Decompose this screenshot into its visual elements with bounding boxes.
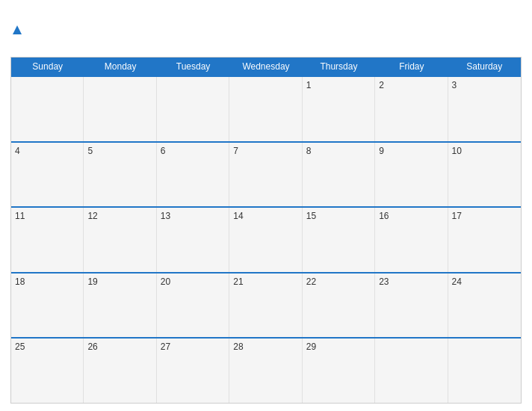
day-number: 17	[452, 211, 462, 221]
day-header-sunday: Sunday	[11, 58, 84, 75]
day-number: 7	[233, 146, 238, 156]
day-number: 16	[379, 211, 389, 221]
day-cell: 24	[448, 274, 521, 338]
day-cell: 13	[157, 208, 229, 272]
day-cell: 2	[375, 77, 448, 141]
day-cell	[375, 339, 448, 403]
day-number: 19	[87, 276, 97, 287]
day-cell: 20	[157, 274, 229, 338]
day-number: 15	[306, 211, 316, 221]
day-cell: 1	[303, 77, 375, 141]
day-number: 1	[306, 80, 312, 90]
calendar-grid: SundayMondayTuesdayWednesdayThursdayFrid…	[10, 57, 522, 404]
day-number: 10	[452, 146, 462, 156]
calendar-page: SundayMondayTuesdayWednesdayThursdayFrid…	[0, 0, 532, 411]
day-cell: 5	[84, 143, 156, 207]
day-cell	[11, 77, 84, 141]
day-cell: 21	[229, 274, 302, 338]
week-row-3: 11121314151617	[11, 206, 521, 272]
day-number: 25	[15, 342, 25, 352]
day-number: 27	[161, 342, 170, 352]
day-header-monday: Monday	[84, 58, 156, 75]
week-row-2: 45678910	[11, 141, 521, 207]
logo-flag-icon	[12, 25, 22, 35]
day-number: 3	[452, 80, 457, 90]
day-number: 21	[233, 276, 243, 287]
day-number: 29	[306, 342, 316, 352]
week-row-1: 123	[11, 75, 521, 141]
day-header-saturday: Saturday	[448, 58, 521, 75]
header	[10, 7, 522, 52]
day-cell: 14	[229, 208, 302, 272]
day-cell	[448, 339, 521, 403]
day-number: 6	[161, 146, 166, 156]
day-number: 2	[379, 80, 384, 90]
day-header-wednesday: Wednesday	[229, 58, 302, 75]
day-number: 20	[161, 276, 170, 287]
day-header-thursday: Thursday	[303, 58, 375, 75]
day-number: 18	[15, 276, 25, 287]
day-cell	[157, 77, 229, 141]
day-cell: 9	[375, 143, 448, 207]
day-cell: 16	[375, 208, 448, 272]
weeks-container: 1234567891011121314151617181920212223242…	[11, 75, 521, 403]
day-cell: 6	[157, 143, 229, 207]
day-number: 13	[161, 211, 170, 221]
day-cell: 10	[448, 143, 521, 207]
day-cell: 4	[11, 143, 84, 207]
day-header-friday: Friday	[375, 58, 448, 75]
day-cell: 28	[229, 339, 302, 403]
day-number: 11	[15, 211, 25, 221]
day-number: 22	[306, 276, 316, 287]
day-number: 8	[306, 146, 312, 156]
day-cell: 23	[375, 274, 448, 338]
day-number: 12	[87, 211, 97, 221]
day-cell: 26	[84, 339, 156, 403]
day-cell: 18	[11, 274, 84, 338]
day-number: 9	[379, 146, 384, 156]
day-cell: 19	[84, 274, 156, 338]
day-cell: 27	[157, 339, 229, 403]
day-cell: 29	[303, 339, 375, 403]
day-number: 28	[233, 342, 243, 352]
day-number: 5	[87, 146, 93, 156]
day-header-tuesday: Tuesday	[157, 58, 229, 75]
day-number: 14	[233, 211, 243, 221]
week-row-4: 18192021222324	[11, 272, 521, 338]
day-cell: 8	[303, 143, 375, 207]
day-cell: 11	[11, 208, 84, 272]
day-cell: 25	[11, 339, 84, 403]
day-cell: 12	[84, 208, 156, 272]
day-number: 24	[452, 276, 462, 287]
day-number: 4	[15, 146, 20, 156]
day-cell: 3	[448, 77, 521, 141]
week-row-5: 2526272829	[11, 337, 521, 403]
logo	[10, 25, 22, 35]
day-cell	[84, 77, 156, 141]
day-cell: 17	[448, 208, 521, 272]
day-cell: 15	[303, 208, 375, 272]
day-number: 26	[87, 342, 97, 352]
day-cell: 22	[303, 274, 375, 338]
day-number: 23	[379, 276, 389, 287]
day-headers-row: SundayMondayTuesdayWednesdayThursdayFrid…	[11, 58, 521, 75]
day-cell: 7	[229, 143, 302, 207]
day-cell	[229, 77, 302, 141]
svg-marker-0	[13, 25, 22, 34]
